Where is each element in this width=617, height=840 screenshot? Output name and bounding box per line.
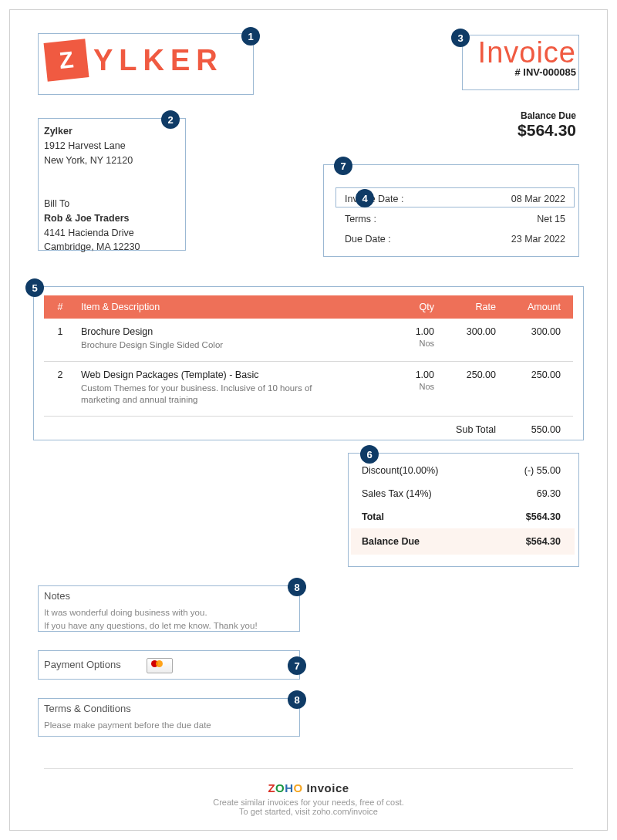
item-rate: 300.00	[442, 326, 504, 337]
callout-5: 5	[25, 278, 44, 297]
item-row: 1 Brochure Design Brochure Design Single…	[44, 319, 573, 362]
payment-section: Payment Options	[44, 658, 295, 673]
balance-due-value: $564.30	[518, 121, 576, 140]
callout-7a: 7	[334, 157, 352, 175]
totals-row-discount: Discount(10.00%) (-) 55.00	[351, 459, 575, 482]
meta-row-terms: Terms : Net 15	[335, 209, 575, 229]
notes-body: It was wonderful doing business with you…	[44, 606, 295, 632]
item-qty-unit: Nos	[386, 339, 434, 348]
item-title: Brochure Design	[81, 326, 386, 337]
item-desc: Brochure Design Brochure Design Single S…	[76, 326, 386, 352]
notes-section: Notes It was wonderful doing business wi…	[44, 590, 295, 632]
billto-addr2: Cambridge, MA 12230	[44, 240, 140, 255]
callout-2: 2	[161, 110, 180, 129]
from-address: Zylker 1912 Harvest Lane New York, NY 12…	[44, 124, 133, 167]
invoice-title: Invoice	[478, 36, 576, 69]
callout-1: 1	[241, 27, 260, 46]
items-table: # Item & Description Qty Rate Amount 1 B…	[44, 295, 573, 441]
meta-due-value: 23 Mar 2022	[511, 234, 565, 245]
col-num: #	[44, 302, 76, 312]
notes-title: Notes	[44, 590, 295, 602]
meta-row-due: Due Date : 23 Mar 2022	[335, 229, 575, 249]
item-title: Web Design Packages (Template) - Basic	[81, 369, 386, 380]
subtotal-label: Sub Total	[442, 424, 504, 435]
discount-value: (-) 55.00	[524, 465, 561, 476]
item-num: 1	[44, 326, 76, 337]
item-qty-unit: Nos	[386, 382, 434, 391]
item-row: 2 Web Design Packages (Template) - Basic…	[44, 362, 573, 417]
terms-body: Please make payment before the due date	[44, 719, 295, 732]
invoice-page: 1 2 3 7 4 5 6 8 7 8 Z YLKER Invoice # IN…	[9, 9, 608, 831]
invoice-title-block: Invoice # INV-000085	[478, 36, 576, 78]
col-qty: Qty	[386, 302, 442, 312]
tax-value: 69.30	[537, 488, 561, 499]
item-qty-val: 1.00	[386, 326, 434, 337]
totals-block: Discount(10.00%) (-) 55.00 Sales Tax (14…	[351, 459, 575, 555]
callout-8a: 8	[288, 578, 306, 596]
notes-line1: It was wonderful doing business with you…	[44, 606, 295, 619]
billto-name: Rob & Joe Traders	[44, 211, 140, 226]
page-footer: ZOHO Invoice Create similar invoices for…	[10, 768, 607, 816]
footer-link[interactable]: zoho.com/invoice	[312, 807, 378, 816]
item-qty: 1.00 Nos	[386, 326, 442, 348]
callout-7b: 7	[288, 656, 306, 675]
total-label: Total	[362, 511, 384, 522]
callout-3: 3	[451, 29, 470, 47]
billto-address: Bill To Rob & Joe Traders 4141 Hacienda …	[44, 197, 140, 255]
total-value: $564.30	[526, 511, 561, 522]
footer-divider	[44, 768, 573, 769]
footer-line2a: To get started, visit	[239, 807, 312, 816]
footer-line1: Create similar invoices for your needs, …	[10, 798, 607, 807]
logo-mark: Z	[44, 39, 89, 81]
totals-row-total: Total $564.30	[351, 505, 575, 528]
totals-row-baldue: Balance Due $564.30	[351, 528, 575, 555]
item-qty-val: 1.00	[386, 369, 434, 380]
item-subdesc: Custom Themes for your business. Inclusi…	[81, 383, 351, 407]
col-amt: Amount	[504, 302, 573, 312]
subtotal-value: 550.00	[504, 424, 573, 435]
item-num: 2	[44, 369, 76, 380]
billto-addr1: 4141 Hacienda Drive	[44, 226, 140, 241]
footer-brand: ZOHO Invoice	[10, 781, 607, 794]
balance-due-label: Balance Due	[518, 110, 576, 121]
item-subdesc: Brochure Design Single Sided Color	[81, 339, 351, 352]
item-amount: 250.00	[504, 369, 573, 380]
item-desc: Web Design Packages (Template) - Basic C…	[76, 369, 386, 407]
item-qty: 1.00 Nos	[386, 369, 442, 391]
baldue-value: $564.30	[526, 536, 561, 547]
subtotal-row: Sub Total 550.00	[44, 417, 573, 441]
discount-label: Discount(10.00%)	[362, 465, 438, 476]
footer-line2: To get started, visit zoho.com/invoice	[10, 807, 607, 816]
footer-brand-suffix: Invoice	[303, 781, 349, 794]
company-addr1: 1912 Harvest Lane	[44, 139, 133, 153]
callout-8b: 8	[288, 690, 306, 709]
billto-label: Bill To	[44, 197, 140, 211]
col-rate: Rate	[442, 302, 504, 312]
col-desc: Item & Description	[76, 302, 386, 312]
terms-title: Terms & Conditions	[44, 703, 295, 714]
meta-date-value: 08 Mar 2022	[511, 194, 565, 204]
company-name: Zylker	[44, 124, 133, 139]
item-amount: 300.00	[504, 326, 573, 337]
baldue-label: Balance Due	[362, 536, 420, 547]
payment-title: Payment Options	[44, 659, 121, 670]
meta-date-label: Invoice Date :	[345, 194, 403, 204]
item-rate: 250.00	[442, 369, 504, 380]
balance-due-block: Balance Due $564.30	[518, 110, 576, 140]
meta-terms-label: Terms :	[345, 214, 376, 224]
meta-due-label: Due Date :	[345, 234, 391, 245]
tax-label: Sales Tax (14%)	[362, 488, 432, 499]
items-header: # Item & Description Qty Rate Amount	[44, 295, 573, 319]
meta-terms-value: Net 15	[537, 214, 565, 224]
card-icon	[147, 658, 173, 673]
terms-section: Terms & Conditions Please make payment b…	[44, 703, 295, 732]
callout-6: 6	[360, 445, 379, 464]
totals-row-tax: Sales Tax (14%) 69.30	[351, 482, 575, 505]
company-addr2: New York, NY 12120	[44, 153, 133, 168]
callout-4: 4	[356, 189, 374, 207]
notes-line2: If you have any questions, do let me kno…	[44, 619, 295, 633]
